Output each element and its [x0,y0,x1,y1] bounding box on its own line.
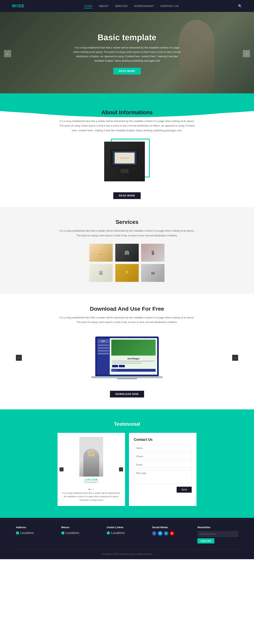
contact-email-input[interactable] [134,462,192,468]
service-image-5: 💡 [115,264,139,282]
service-card-2[interactable]: 👔 [115,244,139,262]
download-next-button[interactable]: › [232,355,238,361]
footer-menus-item: ••• Locations [61,531,102,535]
nav-item-about[interactable]: ABOUT [99,4,109,8]
person-avatar: 😐 [79,437,103,476]
footer-copyright: Copyright © 2020 Company name All rights… [16,553,238,555]
footer-newsletter-title: Newsletter [198,526,238,529]
laptop-sidebar: WISE [97,338,110,375]
about-read-more-button[interactable]: READ MORE [113,192,141,199]
hero-prev-button[interactable]: ‹ [4,50,11,57]
person-role: { FOUNDERY } [84,481,99,484]
about-image-container: ✋ keyboard [104,139,150,186]
service-image-1: 🍰 [89,244,113,262]
footer-social-col: Social Media f t in ▶ [152,526,193,544]
link-icon: 📍 [107,531,110,534]
services-section: Services It is a long established fact t… [0,207,254,294]
contact-card: Contact Us Send [129,433,197,506]
menu-icon: ••• [61,531,64,534]
laptop-text-1 [112,360,155,362]
search-icon[interactable]: 🔍 [238,4,242,8]
linkedin-icon[interactable]: in [164,531,168,536]
about-title: About Informations [24,109,230,116]
download-prev-button[interactable]: ‹ [16,355,22,361]
footer-menus-col: Menus ••• Locations [61,526,102,544]
footer: Address 📍 Locations Menus ••• Locations … [0,518,254,559]
laptop-nav-3 [98,350,109,352]
service-image-3: 📱 [141,244,165,262]
laptop-base [91,376,163,378]
hero-description: It is a long established fact that a rea… [71,46,183,63]
newsletter-email-input[interactable] [198,531,238,537]
service-image-2: 👔 [115,244,139,262]
contact-phone-input[interactable] [134,453,192,460]
testimonial-section: Testimonial ‹ › 😐 LUKA DUE { FOUNDERY } [0,410,254,518]
service-card-5[interactable]: 💡 [115,264,139,282]
contact-send-button[interactable]: Send [177,487,192,493]
footer-useful-title: Useful Linkes [107,526,147,529]
download-section: Download And Use For Free It is a long e… [0,294,254,410]
laptop-footer-bar: About Us [111,369,156,372]
nav-item-contact[interactable]: CONTACT US [160,4,179,8]
dot-2 [91,489,92,490]
laptop-screen: WISE 🌿 Jack Blogger [95,336,159,376]
testimonial-grid: ‹ › 😐 LUKA DUE { FOUNDERY } It is a long… [57,433,197,506]
laptop-text-area: Jack Blogger [111,357,156,368]
service-card-6[interactable]: 👨‍👩‍👧 [141,264,165,282]
about-section: About Informations It is a long establis… [0,105,254,207]
testimonial-dots [61,489,121,490]
footer-grid: Address 📍 Locations Menus ••• Locations … [16,526,238,544]
laptop-leaf-icon: 🌿 [133,347,135,348]
copyright-text: Copyright © 2020 Company name All rights… [101,553,153,555]
testimonial-person: 😐 LUKA DUE { FOUNDERY } [61,437,121,487]
brand-logo[interactable]: WISE [12,4,25,8]
footer-address-item: 📍 Locations [16,531,56,535]
hero-next-button[interactable]: › [243,50,250,57]
hero-read-more-button[interactable]: READ MORE [113,68,141,74]
footer-address-title: Address [16,526,56,529]
laptop-mockup: WISE 🌿 Jack Blogger [95,336,159,379]
testimonial-person-card: ‹ › 😐 LUKA DUE { FOUNDERY } It is a long… [57,433,125,506]
facebook-icon[interactable]: f [152,531,156,536]
laptop-btn-1 [112,365,118,367]
laptop-nav-4 [98,353,109,354]
nav-item-home[interactable]: HOME [84,4,92,8]
laptop-nav-1 [98,344,109,346]
newsletter-subscribe-button[interactable]: Subscribe [198,538,214,544]
footer-useful-text: Locations [111,531,125,535]
service-card-3[interactable]: 📱 [141,244,165,262]
services-title: Services [16,219,238,225]
laptop-btn-2 [119,365,125,367]
service-image-4: 📓 [89,264,113,282]
laptop-main-content: 🌿 Jack Blogger About Us [110,338,157,375]
contact-message-input[interactable] [134,470,192,484]
service-image-6: 👨‍👩‍👧 [141,264,165,282]
twitter-icon[interactable]: t [158,531,162,536]
service-card-1[interactable]: 🍰 [89,244,113,262]
footer-address-text: Locations [20,531,34,535]
nav-item-screenshot[interactable]: SCREENSHOT [134,4,154,8]
footer-menus-text: Locations [66,531,79,535]
navbar: WISE HOME ABOUT SERVICE SCREENSHOT CONTA… [0,0,254,12]
nav-item-service[interactable]: SERVICE [115,4,128,8]
footer-address-col: Address 📍 Locations [16,526,56,544]
testimonial-prev-arrow[interactable]: ‹ [59,468,63,472]
person-name: LUKA DUE [85,478,98,481]
testimonial-next-arrow[interactable]: › [119,468,123,472]
contact-name-input[interactable] [134,445,192,451]
laptop-blogger-name: Jack Blogger [112,358,155,360]
download-now-button[interactable]: DOWNLOAD NOW [110,391,144,398]
nav-links: HOME ABOUT SERVICE SCREENSHOT CONTACT US [84,4,179,8]
footer-useful-item: 📍 Locations [107,531,147,535]
laptop-stand [117,378,137,379]
location-icon: 📍 [16,531,19,534]
hero-content: Basic template It is a long established … [67,33,187,74]
youtube-icon[interactable]: ▶ [170,531,174,536]
service-card-4[interactable]: 📓 [89,264,113,282]
services-description: It is a long established fact that a rea… [57,228,197,238]
dot-1 [89,489,90,490]
laptop-nav-2 [98,347,109,349]
footer-social-title: Social Media [152,526,193,529]
footer-menus-title: Menus [61,526,102,529]
footer-newsletter-col: Newsletter Subscribe [198,526,238,544]
